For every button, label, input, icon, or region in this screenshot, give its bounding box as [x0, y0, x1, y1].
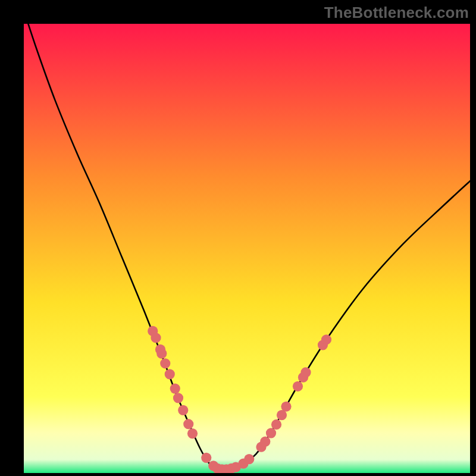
data-point: [300, 367, 311, 377]
data-point: [160, 358, 170, 368]
data-point: [244, 454, 254, 464]
data-point: [271, 419, 281, 430]
data-point: [293, 381, 303, 392]
data-point: [281, 402, 291, 412]
data-point: [170, 383, 180, 393]
data-point: [187, 428, 198, 439]
watermark-text: TheBottleneck.com: [324, 4, 469, 22]
data-point: [321, 334, 331, 345]
data-point: [266, 428, 276, 438]
data-point: [178, 405, 188, 415]
data-point: [151, 333, 161, 343]
bottleneck-chart: [24, 24, 470, 473]
data-point: [156, 349, 167, 359]
gradient-background: [24, 24, 470, 473]
data-point: [183, 419, 193, 429]
data-point: [260, 437, 270, 447]
data-point: [173, 393, 183, 403]
plot-area: [24, 24, 470, 473]
data-point: [165, 369, 175, 379]
chart-frame: TheBottleneck.com: [0, 0, 476, 476]
data-point: [201, 453, 211, 463]
